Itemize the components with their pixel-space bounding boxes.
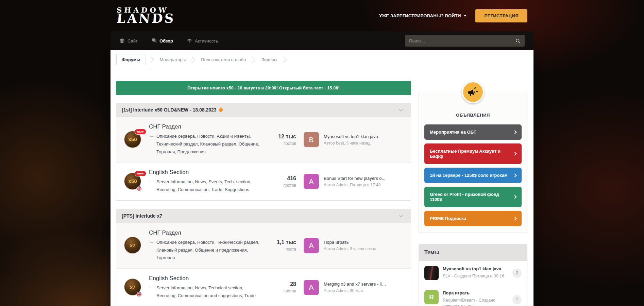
site-logo[interactable]: SHADOW LANDS: [117, 7, 175, 24]
post-count: 12 тыс: [265, 134, 296, 140]
announcement-button-prime[interactable]: PRIME Подписка: [424, 211, 522, 226]
forum-section-x7: [PTS] Interlude x7 x7 СНГ Раздел Опи: [116, 209, 411, 306]
chevron-separator-icon: [189, 56, 195, 63]
chevron-separator-icon: [249, 56, 255, 63]
reply-count-badge[interactable]: 1: [512, 295, 522, 304]
last-poster-avatar[interactable]: B: [304, 132, 319, 147]
search-input[interactable]: [409, 38, 515, 44]
last-poster-avatar[interactable]: A: [304, 174, 319, 189]
announcement-label: Greed or Profit - призовой фонд 1100$: [430, 192, 511, 202]
breadcrumb-online-users[interactable]: Пользователи онлайн: [200, 54, 247, 65]
forum-row-cis-x50: x50 NEW СНГ Раздел Описание сервера, Нов…: [116, 117, 411, 163]
nav-item-overview[interactable]: Обзор: [151, 38, 173, 44]
branch-icon: [150, 286, 153, 288]
forum-row-english-x7: x7 English Section Server information, N…: [116, 269, 411, 306]
forum-row-main: English Section Server information, News…: [149, 169, 260, 194]
announcement-button-greed[interactable]: Greed or Profit - призовой фонд 1100$: [424, 187, 522, 207]
page-content: Форумы Модераторы Пользователи онлайн Ли…: [111, 50, 533, 306]
subforum-list: Server information, News, Events, Tech. …: [149, 178, 260, 194]
subforum-links[interactable]: Описание сервера, Новости, Технический р…: [156, 239, 260, 262]
announcement-label: PRIME Подписка: [430, 216, 466, 221]
forum-row-cis-x7: x7 СНГ Раздел Описание сервера, Новости,…: [116, 223, 411, 269]
section-title-text: [PTS] Interlude x7: [122, 213, 162, 219]
announcement-button-first[interactable]: 1й на сервере - 1250$ соло игрокам: [424, 168, 522, 183]
section-header-x50[interactable]: [1st] Interlude x50 OLD&NEW - 18.08.2023: [116, 103, 411, 117]
topics-widget: Темы Myasosoft vs top1 klan java SLV · С…: [419, 244, 527, 306]
register-button[interactable]: РЕГИСТРАЦИЯ: [475, 9, 527, 22]
post-count-unit: постов: [265, 141, 296, 146]
topic-avatar[interactable]: [424, 266, 439, 280]
last-post-meta: Автор Admin, 9 часов назад: [324, 247, 403, 251]
forum-stats: 12 тыс постов: [265, 134, 296, 146]
caret-down-icon: [464, 15, 467, 18]
chevron-down-icon[interactable]: [399, 213, 403, 217]
topic-body: Пора играть Requiem4Dream · Создано Пятн…: [443, 290, 508, 306]
forum-title-link[interactable]: СНГ Раздел: [149, 230, 181, 236]
login-link[interactable]: УЖЕ ЗАРЕГИСТРИРОВАНЫ? ВОЙТИ: [379, 13, 467, 18]
megaphone-icon: [462, 81, 484, 103]
forum-column: Открытие нового x50 - 18 августа в 20:00…: [116, 81, 411, 306]
breadcrumb-moderators[interactable]: Модераторы: [158, 54, 187, 65]
chevron-right-icon: [513, 217, 516, 220]
topic-title[interactable]: Myasosoft vs top1 klan java: [443, 266, 508, 272]
chevron-down-icon[interactable]: [399, 107, 403, 112]
last-post-title[interactable]: Bonus Start for new players o...: [324, 176, 403, 181]
forum-title-link[interactable]: English Section: [149, 275, 189, 282]
search-button[interactable]: [515, 38, 521, 44]
announcement-label: Бесплатные Премиум Аккаунт и Бафф: [430, 149, 511, 159]
forum-stats: 28 постов: [265, 281, 296, 293]
chevron-separator-icon: [281, 56, 287, 63]
last-post-title[interactable]: Myasosoft vs top1 klan java: [324, 134, 403, 139]
announcement-button-obt[interactable]: Мероприятия на ОБТ: [424, 124, 522, 140]
announcement-label: 1й на сервере - 1250$ соло игрокам: [430, 173, 508, 178]
announcement-banner[interactable]: Открытие нового x50 - 18 августа в 20:00…: [116, 81, 411, 95]
announcement-button-premium[interactable]: Бесплатные Премиум Аккаунт и Бафф: [424, 143, 522, 164]
chevron-right-icon: [513, 130, 516, 134]
new-badge: NEW: [135, 129, 146, 135]
last-post-title[interactable]: Merging x3 and x7 servers - 0...: [324, 282, 403, 287]
new-badge: NEW: [135, 171, 146, 176]
nav-label-overview: Обзор: [159, 38, 173, 44]
topic-avatar[interactable]: R: [424, 290, 439, 304]
subforum-list: Server information, News, Technical sect…: [149, 284, 260, 300]
topic-title[interactable]: Пора играть: [443, 290, 508, 296]
auth-area: УЖЕ ЗАРЕГИСТРИРОВАНЫ? ВОЙТИ РЕГИСТРАЦИЯ: [379, 9, 527, 22]
breadcrumb-leaders[interactable]: Лидеры: [260, 54, 278, 65]
chevron-right-icon: [513, 195, 516, 199]
subforum-links[interactable]: Server information, News, Events, Tech. …: [156, 178, 260, 194]
x7-server-icon[interactable]: x7: [124, 237, 141, 253]
nav-item-activity[interactable]: Активность: [187, 38, 218, 44]
forum-title-link[interactable]: English Section: [149, 169, 189, 176]
nav-label-activity: Активность: [195, 38, 218, 44]
last-poster-avatar[interactable]: A: [304, 280, 319, 295]
post-count-unit: постов: [265, 183, 296, 188]
site-header: SHADOW LANDS УЖЕ ЗАРЕГИСТРИРОВАНЫ? ВОЙТИ…: [111, 0, 533, 31]
topic-item[interactable]: R Пора играть Requiem4Dream · Создано Пя…: [419, 285, 527, 306]
last-post: Merging x3 and x7 servers - 0... Автор A…: [324, 282, 403, 293]
topic-item[interactable]: Myasosoft vs top1 klan java SLV · Создан…: [419, 261, 527, 285]
chevron-separator-icon: [148, 56, 154, 63]
forum-icon-x50-en: x50 NEW: [124, 173, 141, 190]
page-wrapper: SHADOW LANDS УЖЕ ЗАРЕГИСТРИРОВАНЫ? ВОЙТИ…: [111, 0, 533, 306]
nav-item-site[interactable]: Сайт: [119, 38, 138, 44]
nav-label-site: Сайт: [128, 38, 138, 44]
flame-icon: [218, 107, 223, 113]
branch-icon: [150, 240, 153, 243]
last-post-meta: Автор Admin, 30 мая: [324, 288, 403, 293]
forum-stats: 416 постов: [265, 175, 296, 188]
forum-row-main: СНГ Раздел Описание сервера, Новости, Ак…: [149, 123, 260, 156]
last-poster-avatar[interactable]: A: [304, 238, 319, 253]
forum-title-link[interactable]: СНГ Раздел: [149, 123, 181, 130]
subforum-links[interactable]: Описание сервера, Новости, Акции и Ивент…: [156, 133, 260, 156]
forum-stats: 1,1 тыс поста: [265, 239, 296, 252]
section-header-x7[interactable]: [PTS] Interlude x7: [116, 209, 411, 223]
subforum-links[interactable]: Server information, News, Technical sect…: [156, 284, 260, 300]
chevron-right-icon: [513, 173, 516, 177]
announcements-widget: ОБЪЯВЛЕНИЯ Мероприятия на ОБТ Бесплатные…: [419, 92, 527, 233]
last-post-title[interactable]: Пора играть: [324, 240, 403, 245]
breadcrumb-forums[interactable]: Форумы: [116, 54, 146, 65]
topic-meta: Requiem4Dream · Создано Пятница в 23:06: [443, 297, 508, 306]
logo-line-2: LANDS: [116, 13, 176, 24]
sidebar: ОБЪЯВЛЕНИЯ Мероприятия на ОБТ Бесплатные…: [419, 81, 527, 306]
reply-count-badge[interactable]: 2: [512, 269, 522, 278]
